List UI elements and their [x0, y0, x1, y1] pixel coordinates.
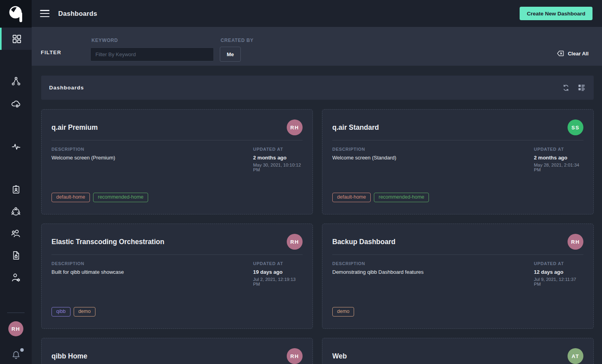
card-divider: [332, 254, 583, 255]
updated-relative: 2 months ago: [534, 155, 583, 161]
description-text: Demonstrating qibb Dashboard features: [332, 269, 534, 275]
tag[interactable]: recommended-home: [374, 193, 429, 202]
dashboards-section-header: Dashboards: [41, 76, 594, 100]
sidebar-item-id-badge[interactable]: [0, 180, 32, 198]
node-graph-icon: [11, 76, 21, 87]
sidebar-item-team[interactable]: [0, 203, 32, 220]
updated-at-label: UPDATED AT: [253, 147, 303, 152]
sidebar-item-cloud-services[interactable]: [0, 95, 32, 112]
section-title: Dashboards: [49, 85, 84, 91]
updated-relative: 12 days ago: [534, 269, 583, 275]
sidebar-divider: [7, 313, 25, 313]
users-icon: [10, 228, 21, 239]
tag[interactable]: demo: [74, 307, 95, 317]
updated-timestamp: May 28, 2021, 2:01:34 PM: [534, 163, 583, 172]
card-divider: [332, 140, 583, 140]
sidebar: RH: [0, 0, 32, 364]
user-gear-icon: [10, 272, 21, 283]
tag[interactable]: default-home: [51, 193, 90, 202]
card-title: q.air Standard: [332, 123, 379, 132]
sidebar-user-avatar[interactable]: RH: [8, 321, 23, 336]
avatar: AT: [568, 348, 583, 364]
avatar: RH: [287, 234, 303, 250]
list-view-icon: [577, 83, 586, 92]
avatar: SS: [568, 119, 583, 135]
dashboard-card[interactable]: q.air Standard SS DESCRIPTION Welcome sc…: [322, 109, 594, 214]
avatar: RH: [287, 119, 303, 135]
page-title: Dashboards: [58, 10, 97, 17]
list-view-toggle-button[interactable]: [577, 83, 586, 92]
created-by-label: CREATED BY: [221, 38, 253, 43]
filter-bar: FILTER KEYWORD CREATED BY Me Clear All: [32, 27, 602, 66]
updated-relative: 19 days ago: [253, 269, 303, 275]
id-badge-icon: [11, 184, 21, 195]
tag[interactable]: default-home: [332, 193, 371, 202]
main-content: Dashboards: [32, 66, 602, 364]
sidebar-item-document-lock[interactable]: [0, 246, 32, 264]
document-lock-icon: [11, 250, 21, 261]
tag[interactable]: recommended-home: [93, 193, 148, 202]
dashboard-grid-icon: [11, 34, 22, 44]
clear-all-label: Clear All: [568, 51, 589, 57]
dashboard-card[interactable]: Backup Dashboard RH DESCRIPTION Demonstr…: [322, 224, 594, 329]
notification-dot: [20, 348, 24, 352]
refresh-icon: [562, 83, 570, 92]
bell-icon: [11, 350, 21, 360]
sidebar-item-activity[interactable]: [0, 138, 32, 155]
sidebar-item-node-graph[interactable]: [0, 72, 32, 90]
sidebar-item-users[interactable]: [0, 224, 32, 242]
sidebar-item-user-settings[interactable]: [0, 269, 32, 286]
updated-at-label: UPDATED AT: [253, 261, 303, 266]
topbar: Dashboards Create New Dashboard: [32, 0, 602, 27]
tag-list: default-home recommended-home: [332, 193, 429, 202]
tag-list: default-home recommended-home: [51, 193, 148, 202]
filter-label: FILTER: [41, 49, 61, 55]
sidebar-item-notifications[interactable]: [11, 350, 23, 362]
description-text: Welcome screen (Premium): [51, 155, 253, 161]
menu-icon[interactable]: [40, 10, 50, 17]
card-divider: [51, 140, 303, 140]
card-title: Backup Dashboard: [332, 238, 395, 246]
keyword-label: KEYWORD: [91, 38, 118, 43]
description-label: DESCRIPTION: [332, 261, 534, 266]
keyword-input[interactable]: [90, 47, 214, 61]
created-by-me-button[interactable]: Me: [220, 47, 241, 62]
updated-timestamp: Jul 2, 2021, 12:19:13 PM: [253, 277, 303, 286]
refresh-button[interactable]: [562, 83, 570, 92]
tag-list: qibb demo: [51, 307, 95, 317]
description-label: DESCRIPTION: [51, 261, 253, 266]
pulse-icon: [11, 141, 21, 152]
description-label: DESCRIPTION: [51, 147, 253, 152]
backspace-icon: [556, 49, 565, 58]
description-text: Welcome screen (Standard): [332, 155, 534, 161]
sidebar-item-dashboards[interactable]: [0, 28, 32, 50]
description-label: DESCRIPTION: [332, 147, 534, 152]
tag[interactable]: qibb: [51, 307, 70, 317]
qibb-logo-icon: [8, 5, 24, 23]
dashboard-card[interactable]: Elastic Transcoding Orchestration RH DES…: [41, 224, 313, 329]
description-text: Built for qibb ultimate showcase: [51, 269, 253, 275]
updated-timestamp: Jul 9, 2021, 12:11:37 PM: [534, 277, 583, 286]
tag[interactable]: demo: [332, 307, 354, 317]
tag-list: demo: [332, 307, 354, 317]
clear-all-button[interactable]: Clear All: [556, 49, 589, 58]
team-icon: [10, 206, 21, 217]
updated-timestamp: May 30, 2021, 10:10:12 PM: [253, 163, 303, 172]
card-title: qibb Home: [51, 352, 87, 360]
dashboard-card[interactable]: Web AT: [322, 338, 594, 364]
avatar: RH: [287, 348, 303, 364]
cloud-gear-icon: [10, 98, 21, 109]
avatar: RH: [568, 234, 583, 250]
card-title: Elastic Transcoding Orchestration: [51, 238, 164, 246]
qibb-logo[interactable]: [0, 0, 32, 27]
updated-at-label: UPDATED AT: [534, 261, 583, 266]
card-divider: [51, 254, 303, 255]
card-title: Web: [332, 352, 347, 360]
card-title: q.air Premium: [51, 123, 98, 132]
dashboard-cards-grid: q.air Premium RH DESCRIPTION Welcome scr…: [41, 109, 594, 364]
updated-relative: 2 months ago: [253, 155, 303, 161]
create-new-dashboard-button[interactable]: Create New Dashboard: [520, 7, 592, 20]
updated-at-label: UPDATED AT: [534, 147, 583, 152]
dashboard-card[interactable]: q.air Premium RH DESCRIPTION Welcome scr…: [41, 109, 313, 214]
dashboard-card[interactable]: qibb Home RH: [41, 338, 313, 364]
